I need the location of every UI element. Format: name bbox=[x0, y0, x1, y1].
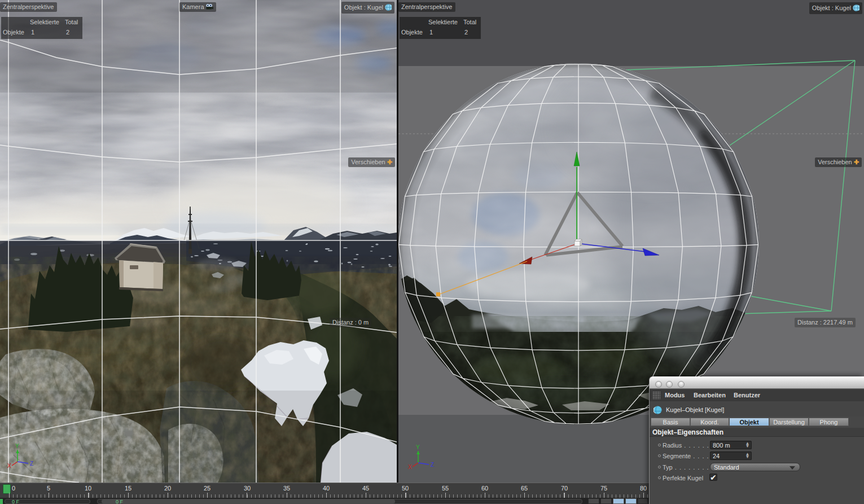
svg-text:X: X bbox=[7, 463, 11, 469]
svg-text:X: X bbox=[408, 464, 412, 470]
svg-text:Z: Z bbox=[431, 462, 434, 468]
svg-text:Y: Y bbox=[416, 444, 420, 450]
svg-text:Z: Z bbox=[30, 461, 33, 467]
svg-text:Y: Y bbox=[15, 443, 19, 449]
